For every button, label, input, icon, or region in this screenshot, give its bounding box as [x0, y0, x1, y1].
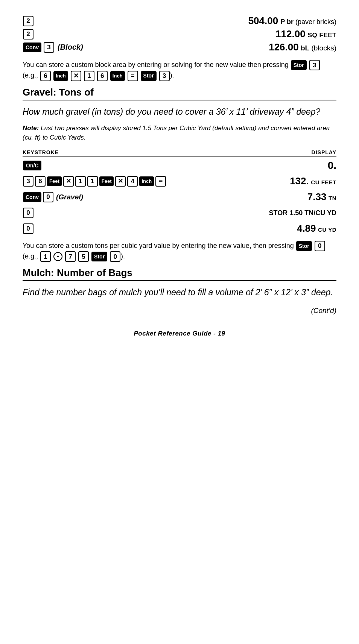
- footer: Pocket Reference Guide - 19: [23, 330, 336, 337]
- note-bold: Note:: [23, 125, 39, 132]
- key-inch-inline1: Inch: [53, 71, 68, 81]
- ks-right-gravel: 7.33 TN: [231, 191, 336, 203]
- ks-row-calc: 3 6 Feet ✕ 1 1 Feet ✕ 4 Inch = 132. CU F…: [23, 175, 336, 188]
- ks-left-calc: 3 6 Feet ✕ 1 1 Feet ✕ 4 Inch =: [23, 176, 231, 187]
- key-0-gravel3: 0: [110, 251, 120, 262]
- mulch-question: Find the number bags of mulch you’ll nee…: [23, 286, 336, 299]
- key-4: 4: [127, 176, 138, 187]
- ks-right-cuyd: 4.89 CU YD: [231, 223, 336, 234]
- key-x-inline1: ✕: [71, 71, 81, 81]
- top-line-1: 2 504.00 P br (paver bricks): [23, 15, 336, 27]
- key-1a: 1: [75, 176, 86, 187]
- key-x1: ✕: [63, 176, 74, 187]
- keystroke-label: Keystroke: [23, 149, 59, 155]
- key-stor-gravel2: Stor: [91, 252, 107, 261]
- val-504: 504.00: [248, 15, 278, 26]
- key-x2: ✕: [115, 176, 126, 187]
- display-line2: 112.00 SQ FEET: [45, 28, 336, 40]
- ks-left-stor: 0: [23, 208, 231, 218]
- val-126: 126.00: [269, 41, 299, 53]
- key-6: 6: [35, 176, 46, 187]
- note-para: Note: Last two presses will display stor…: [23, 123, 336, 143]
- display-label: Display: [312, 149, 336, 155]
- ks-left-onc: On/C: [23, 161, 231, 170]
- key-inch1: Inch: [139, 176, 154, 186]
- display-cu-feet: CU FEET: [311, 179, 336, 185]
- key-stor-inline1: Stor: [291, 60, 307, 70]
- key-1-inline1: 1: [84, 71, 94, 81]
- display-stor-val: STOR 1.50 TN/CU YD: [269, 209, 336, 217]
- custom-gravel-para: You can store a custom tons per cubic ya…: [23, 241, 336, 262]
- key-3-inline: 3: [309, 60, 320, 70]
- display-line3: 126.00 bL (blocks): [86, 41, 336, 53]
- ks-row-stor: 0 STOR 1.50 TN/CU YD: [23, 206, 336, 220]
- display-zero: 0.: [328, 159, 336, 171]
- key-stor-inline2: Stor: [141, 71, 157, 81]
- key-0-gravel2: 0: [315, 241, 325, 251]
- key-feet1: Feet: [47, 176, 62, 186]
- display-4-89: 4.89: [297, 223, 316, 234]
- key-0-stor: 0: [23, 208, 33, 218]
- key-3-inline2: 3: [159, 71, 170, 81]
- key-inch-inline2: Inch: [110, 71, 125, 81]
- ks-right-calc: 132. CU FEET: [231, 175, 336, 187]
- top-section: 2 504.00 P br (paver bricks) 2 112.00 SQ…: [23, 15, 336, 53]
- ks-right-stor: STOR 1.50 TN/CU YD: [231, 208, 336, 217]
- key-0-cuyd: 0: [23, 223, 33, 234]
- top-line-3: Conv 3 (Block) 126.00 bL (blocks): [23, 41, 336, 53]
- key-7-gravel: 7: [65, 251, 76, 262]
- key-2-line1: 2: [23, 16, 33, 26]
- key-6-inline: 6: [40, 71, 51, 81]
- key-2-line2: 2: [23, 29, 33, 39]
- contd: (Cont’d): [23, 307, 336, 315]
- ks-left-gravel: Conv 0 (Gravel): [23, 192, 231, 202]
- key-0-gravel: 0: [43, 192, 53, 202]
- mulch-heading: Mulch: Number of Bags: [23, 267, 336, 281]
- key-conv-line3: Conv: [23, 43, 41, 52]
- block-italic: (Block): [58, 43, 83, 52]
- key-conv-gravel: Conv: [23, 192, 41, 202]
- display-7-33: 7.33: [307, 191, 327, 202]
- key-1-gravel: 1: [40, 251, 51, 262]
- page-content: 2 504.00 P br (paver bricks) 2 112.00 SQ…: [23, 15, 336, 337]
- key-3-line3: 3: [44, 42, 54, 53]
- key-eq-inline1: =: [128, 71, 138, 81]
- key-dot: •: [53, 252, 62, 261]
- keystroke-table: Keystroke Display On/C 0. 3 6 Feet ✕ 1 1…: [23, 149, 336, 235]
- key-5-gravel: 5: [78, 251, 89, 262]
- display-tn: TN: [329, 195, 336, 201]
- custom-block-para: You can store a custom block area by ent…: [23, 60, 336, 81]
- note-text: Last two presses will display stored 1.5…: [23, 125, 330, 141]
- top-line-2: 2 112.00 SQ FEET: [23, 28, 336, 40]
- unit-bl: bL: [301, 44, 309, 52]
- val-112: 112.00: [275, 28, 306, 39]
- key-3: 3: [23, 176, 33, 187]
- key-6-inline2: 6: [97, 71, 108, 81]
- unit-sqfeet: SQ FEET: [308, 32, 336, 39]
- unit-pbr: P br (paver bricks): [280, 18, 336, 26]
- display-line1: 504.00 P br (paver bricks): [45, 15, 336, 27]
- key-stor-gravel1: Stor: [296, 241, 312, 251]
- gravel-italic: (Gravel): [56, 193, 83, 201]
- key-feet2: Feet: [99, 176, 114, 186]
- ks-row-onc: On/C 0.: [23, 159, 336, 172]
- display-cu-yd: CU YD: [318, 226, 336, 233]
- ks-header: Keystroke Display: [23, 149, 336, 156]
- ks-left-cuyd: 0: [23, 223, 231, 234]
- ks-row-gravel: Conv 0 (Gravel) 7.33 TN: [23, 190, 336, 204]
- gravel-heading: Gravel: Tons of: [23, 87, 336, 100]
- gravel-question: How much gravel (in tons) do you need to…: [23, 106, 336, 118]
- ks-row-cuyd: 0 4.89 CU YD: [23, 222, 336, 235]
- key-onc: On/C: [23, 161, 41, 170]
- desc-blocks: (blocks): [311, 44, 336, 52]
- key-eq1: =: [155, 176, 166, 187]
- ks-right-onc: 0.: [231, 159, 336, 172]
- key-1b: 1: [87, 176, 98, 187]
- display-132: 132.: [290, 175, 309, 187]
